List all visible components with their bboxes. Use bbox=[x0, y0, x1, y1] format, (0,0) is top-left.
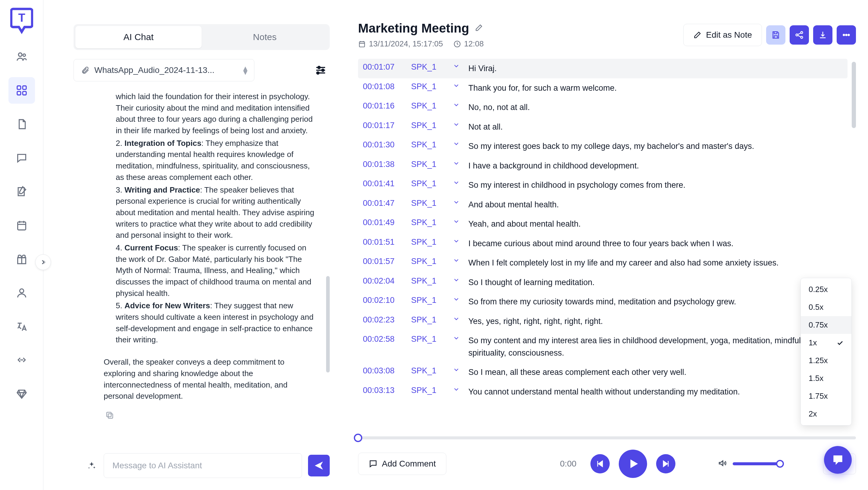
transcript-time[interactable]: 00:02:23 bbox=[363, 315, 405, 325]
edit-title-icon[interactable] bbox=[475, 24, 483, 33]
volume-slider[interactable] bbox=[733, 462, 781, 465]
sidebar-document-icon[interactable] bbox=[8, 111, 35, 137]
sidebar-gift-icon[interactable] bbox=[8, 246, 35, 272]
transcript-time[interactable]: 00:03:08 bbox=[363, 366, 405, 375]
speed-option[interactable]: 2x bbox=[801, 405, 851, 423]
save-button[interactable] bbox=[766, 25, 785, 44]
sidebar-note-edit-icon[interactable] bbox=[8, 178, 35, 205]
more-button[interactable] bbox=[837, 25, 856, 44]
tab-notes[interactable]: Notes bbox=[202, 26, 328, 48]
transcript-time[interactable]: 00:01:17 bbox=[363, 121, 405, 130]
transcript-speaker[interactable]: SPK_1 bbox=[411, 257, 444, 266]
chevron-down-icon[interactable] bbox=[450, 296, 462, 303]
transcript-time[interactable]: 00:01:16 bbox=[363, 101, 405, 111]
transcript-time[interactable]: 00:01:57 bbox=[363, 257, 405, 266]
transcript-scrollbar[interactable] bbox=[852, 62, 856, 393]
chevron-down-icon[interactable] bbox=[450, 82, 462, 89]
edit-as-note-button[interactable]: Edit as Note bbox=[683, 24, 762, 46]
play-button[interactable] bbox=[619, 450, 647, 478]
transcript-speaker[interactable]: SPK_1 bbox=[411, 238, 444, 247]
chevron-down-icon[interactable] bbox=[450, 386, 462, 393]
speed-option[interactable]: 1.75x bbox=[801, 387, 851, 405]
skip-back-button[interactable] bbox=[590, 454, 610, 473]
chat-scrollbar[interactable] bbox=[326, 132, 330, 420]
chevron-down-icon[interactable] bbox=[450, 315, 462, 323]
add-comment-button[interactable]: Add Comment bbox=[358, 453, 446, 475]
transcript-speaker[interactable]: SPK_1 bbox=[411, 121, 444, 130]
transcript-time[interactable]: 00:03:13 bbox=[363, 386, 405, 395]
chevron-down-icon[interactable] bbox=[450, 276, 462, 283]
volume-handle[interactable] bbox=[776, 460, 784, 468]
chevron-down-icon[interactable] bbox=[450, 257, 462, 264]
transcript-speaker[interactable]: SPK_1 bbox=[411, 140, 444, 150]
chevron-down-icon[interactable] bbox=[450, 140, 462, 147]
sidebar-dashboard-icon[interactable] bbox=[8, 77, 35, 104]
file-chip[interactable]: WhatsApp_Audio_2024-11-13... ▴▾ bbox=[73, 59, 254, 81]
copy-button[interactable] bbox=[104, 409, 116, 421]
transcript-speaker[interactable]: SPK_1 bbox=[411, 386, 444, 395]
speed-option[interactable]: 0.75x bbox=[801, 316, 851, 334]
transcript-speaker[interactable]: SPK_1 bbox=[411, 101, 444, 111]
transcript-speaker[interactable]: SPK_1 bbox=[411, 198, 444, 208]
speed-option[interactable]: 0.5x bbox=[801, 298, 851, 316]
transcript-time[interactable]: 00:01:07 bbox=[363, 62, 405, 72]
chevron-down-icon[interactable] bbox=[450, 238, 462, 245]
share-button[interactable] bbox=[789, 25, 809, 44]
transcript-text: Yeah, and about mental health. bbox=[468, 218, 843, 230]
filter-sliders-button[interactable] bbox=[312, 61, 330, 79]
sidebar-people-icon[interactable] bbox=[8, 43, 35, 70]
sidebar: T bbox=[0, 0, 43, 490]
transcript-time[interactable]: 00:01:08 bbox=[363, 82, 405, 91]
transcript-speaker[interactable]: SPK_1 bbox=[411, 335, 444, 344]
sidebar-diamond-icon[interactable] bbox=[8, 381, 35, 407]
transcript-time[interactable]: 00:01:38 bbox=[363, 160, 405, 169]
transcript-speaker[interactable]: SPK_1 bbox=[411, 62, 444, 72]
chevron-down-icon[interactable] bbox=[450, 198, 462, 206]
transcript-time[interactable]: 00:01:41 bbox=[363, 179, 405, 188]
skip-forward-button[interactable] bbox=[656, 454, 675, 473]
tab-ai-chat[interactable]: AI Chat bbox=[75, 26, 202, 48]
chat-fab[interactable] bbox=[824, 446, 852, 474]
transcript-speaker[interactable]: SPK_1 bbox=[411, 82, 444, 91]
sidebar-chat-icon[interactable] bbox=[8, 145, 35, 171]
transcript-speaker[interactable]: SPK_1 bbox=[411, 315, 444, 325]
speed-option[interactable]: 0.25x bbox=[801, 281, 851, 298]
transcript-time[interactable]: 00:01:47 bbox=[363, 198, 405, 208]
transcript-time[interactable]: 00:01:49 bbox=[363, 218, 405, 227]
chevron-down-icon[interactable] bbox=[450, 160, 462, 167]
message-input[interactable] bbox=[104, 453, 302, 478]
chevron-down-icon[interactable] bbox=[450, 62, 462, 70]
download-button[interactable] bbox=[813, 25, 832, 44]
transcript-speaker[interactable]: SPK_1 bbox=[411, 218, 444, 227]
chevron-down-icon[interactable] bbox=[450, 335, 462, 342]
sidebar-calendar-icon[interactable] bbox=[8, 212, 35, 239]
transcript-speaker[interactable]: SPK_1 bbox=[411, 276, 444, 286]
sidebar-connect-icon[interactable] bbox=[8, 347, 35, 374]
send-button[interactable] bbox=[308, 455, 330, 477]
chevron-down-icon[interactable] bbox=[450, 366, 462, 373]
chevron-down-icon[interactable] bbox=[450, 179, 462, 186]
progress-handle[interactable] bbox=[354, 434, 362, 442]
speed-option[interactable]: 1x bbox=[801, 334, 851, 352]
chevron-down-icon[interactable] bbox=[450, 121, 462, 128]
sidebar-user-icon[interactable] bbox=[8, 280, 35, 306]
transcript-time[interactable]: 00:01:51 bbox=[363, 238, 405, 247]
transcript-speaker[interactable]: SPK_1 bbox=[411, 296, 444, 305]
playback-progress[interactable] bbox=[358, 436, 856, 439]
transcript-row: 00:01:16SPK_1No, no, not at all. bbox=[358, 98, 847, 117]
chevron-down-icon[interactable] bbox=[450, 101, 462, 109]
transcript-speaker[interactable]: SPK_1 bbox=[411, 366, 444, 375]
transcript-text: I became curious about mind around three… bbox=[468, 238, 843, 250]
transcript-time[interactable]: 00:02:58 bbox=[363, 335, 405, 344]
chevron-down-icon[interactable] bbox=[450, 218, 462, 225]
sidebar-language-icon[interactable] bbox=[8, 313, 35, 340]
speed-option[interactable]: 1.25x bbox=[801, 352, 851, 369]
transcript-time[interactable]: 00:01:30 bbox=[363, 140, 405, 150]
transcript-time[interactable]: 00:02:04 bbox=[363, 276, 405, 286]
speed-option[interactable]: 1.5x bbox=[801, 369, 851, 387]
volume-icon[interactable] bbox=[718, 458, 727, 469]
chevron-updown-icon: ▴▾ bbox=[243, 66, 247, 74]
transcript-time[interactable]: 00:02:10 bbox=[363, 296, 405, 305]
transcript-speaker[interactable]: SPK_1 bbox=[411, 160, 444, 169]
transcript-speaker[interactable]: SPK_1 bbox=[411, 179, 444, 188]
